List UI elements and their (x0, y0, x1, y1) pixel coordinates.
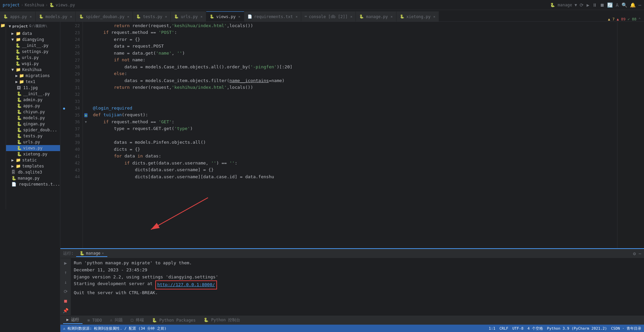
tree-init2[interactable]: 🐍 __init__.py (6, 91, 60, 97)
tab-bar: 🐍 apps.py ✕ 🐍 models.py ✕ 🐍 spider_douba… (0, 10, 644, 22)
tree-views[interactable]: 🐍 views.py (6, 145, 60, 151)
tree-urls1[interactable]: 🐍 urls.py (6, 55, 60, 61)
code-line-42: if dicts.get(data.user.username, '') == … (93, 160, 617, 167)
bottom-tab-run[interactable]: ▶ 运行 (63, 316, 83, 324)
code-line-38 (93, 132, 617, 139)
sidebar: 📁 ▼ project G:\项目外\ ▶ 📁 data ▼ 📁 diangyi… (0, 22, 60, 332)
tab-urls[interactable]: 🐍 urls.py ✕ (171, 11, 206, 21)
code-line-26: name = data.get('name', '') (93, 50, 617, 57)
code-line-23: if request.method == 'POST': (93, 29, 617, 37)
panel-close-icon[interactable]: − (639, 251, 641, 256)
tab-tests[interactable]: 🐍 tests.py ✕ (133, 11, 171, 21)
terminal-line-2: December 11, 2023 - 23:45:29 (74, 267, 641, 274)
panel-stop-btn[interactable]: ■ (62, 297, 70, 304)
bottom-tab-console[interactable]: 🐍 Python 控制台 (200, 317, 244, 324)
code-line-27: if not name: (93, 57, 617, 64)
editor-toolbar: ▲ 7 ▲ 89 ✓ 88 ⌃ (608, 17, 644, 21)
run-label: 运行: (63, 251, 73, 256)
tab-manage[interactable]: 🐍 manage.py ✕ (356, 11, 396, 21)
window-controls[interactable]: 🐍 manage ▼ ⟳ ▶ ⏸ ⏹ 🔄 A 🔍 🔔 ⋯ (550, 2, 641, 8)
minimap-content (618, 22, 644, 248)
manage-dropdown[interactable]: 🐍 manage ▼ (550, 3, 577, 7)
project-header: ▼ project G:\项目外\ (6, 22, 60, 30)
tree-admin[interactable]: 🐍 admin.py (6, 97, 60, 103)
bottom-tab-terminal[interactable]: □ 终端 (127, 317, 147, 324)
server-url-highlight: http://127.0.0.1:8000/ (155, 280, 217, 289)
editor-area: ● 2223242526 2728293031 3233343536 37383… (60, 22, 644, 332)
cursor-position: 1:1 (489, 326, 495, 331)
panel-up-btn[interactable]: ↑ (62, 269, 70, 276)
line-ending: CRLF (499, 326, 508, 331)
tab-xietong[interactable]: 🐍 xietong.py ✕ (396, 11, 439, 21)
tree-spider[interactable]: 🐍 spider_doub... (6, 127, 60, 133)
tree-11jpg[interactable]: 🖼 11.jpg (6, 85, 60, 91)
line-numbers: 2223242526 2728293031 3233343536 3738394… (68, 22, 83, 248)
tree-urls2[interactable]: 🐍 urls.py (6, 139, 60, 145)
tab-console[interactable]: ⌨ console [db [2]] ✕ (301, 11, 356, 21)
status-left: ⚠ 检测到数据源: 检测到连接属性. / 配置 (34 分钟 之前) (63, 326, 166, 331)
tree-xietong[interactable]: 🐍 xietong.py (6, 151, 60, 157)
panel-restart-btn[interactable]: ⟳ (62, 288, 70, 295)
code-line-43: dicts[data.user.username] = {} (93, 167, 617, 174)
minimap (617, 22, 644, 248)
status-right: 1:1 CRLF UTF-8 4 个空格 Python 3.9 (PyCharm… (489, 326, 641, 331)
tree-static[interactable]: ▶ 📁 static (6, 157, 60, 163)
tab-views[interactable]: 🐍 views.py ✕ (206, 11, 244, 21)
tree-chiyun[interactable]: 🐍 chiyun.py (6, 109, 60, 115)
toolbar-icons[interactable]: ⟳ ▶ ⏸ ⏹ 🔄 A 🔍 🔔 ⋯ (580, 2, 641, 8)
folder-tree-icon[interactable]: 📁 (0, 23, 5, 28)
tab-requirements[interactable]: 📄 requirements.txt ✕ (244, 11, 302, 21)
indent-info: 4 个空格 (528, 326, 543, 331)
project-path: G:\项目外\ (29, 24, 47, 28)
code-line-25: data = request.POST (93, 43, 617, 50)
code-line-24: error = {} (93, 36, 617, 43)
terminal-output: Run 'python manage.py migrate' to apply … (71, 258, 644, 315)
tab-spider[interactable]: 🐍 spider_douban.py ✕ (76, 11, 133, 21)
code-line-34: @login_required (93, 105, 617, 112)
expand-icon[interactable]: ⌃ (638, 17, 641, 21)
tree-apps[interactable]: 🐍 apps.py (6, 103, 60, 109)
terminal-line-3: Django version 2.2, using settings 'dian… (74, 274, 641, 281)
server-url[interactable]: http://127.0.0.1:8000/ (157, 282, 215, 287)
breadcrumb: project › Keshihua › 🐍 views.py (3, 3, 75, 7)
tree-models[interactable]: 🐍 models.py (6, 115, 60, 121)
tree-manage[interactable]: 🐍 manage.py (6, 175, 60, 181)
csdn-info: CSDN · 青年目录 (611, 326, 641, 331)
tree-init1[interactable]: 🐍 __init__.py (6, 43, 60, 49)
tree-keshihua[interactable]: ▼ 📁 Keshihua (6, 67, 60, 73)
panel-tab-bar: 运行: 🐍 manage ✕ ⚙ − (60, 249, 644, 258)
warning-count: ▲ 7 (608, 17, 615, 21)
bottom-tab-todo[interactable]: ≡ TODO (84, 317, 105, 323)
panel-tab-manage[interactable]: 🐍 manage ✕ (76, 250, 107, 257)
code-line-39: datas = models.Pinfen.objects.all() (93, 139, 617, 146)
tree-wsgi[interactable]: 🐍 wsgi.py (6, 61, 60, 67)
gutter-bookmarks: ● (60, 22, 68, 248)
code-line-31: return render(request,'keshihua/index.ht… (93, 84, 617, 91)
charset: UTF-8 (512, 326, 523, 331)
tree-qingan[interactable]: 🐍 qingan.py (6, 121, 60, 127)
tree-settings[interactable]: 🐍 settings.py (6, 49, 60, 55)
tree-diangying[interactable]: ▼ 📁 diangying (6, 37, 60, 43)
bottom-tab-problems[interactable]: ⚠ 问题 (107, 317, 126, 324)
tree-tex1[interactable]: ▶ 📁 tex1 (6, 79, 60, 85)
tree-tests[interactable]: 🐍 tests.py (6, 133, 60, 139)
panel-down-btn[interactable]: ↓ (62, 279, 70, 285)
tree-templates[interactable]: ▶ 📁 templates (6, 163, 60, 169)
sidebar-icons: 📁 (0, 22, 6, 209)
tree-requirements[interactable]: 📄 requirements.t... (6, 181, 60, 187)
panel-sidebar: ▶ ↑ ↓ ⟳ ■ 📌 (60, 258, 71, 315)
code-line-41: for data in datas: (93, 153, 617, 160)
panel-run-btn[interactable]: ▶ (62, 260, 70, 266)
file-tree: ▼ project G:\项目外\ ▶ 📁 data ▼ 📁 diangying… (6, 22, 60, 187)
tree-data[interactable]: ▶ 📁 data (6, 30, 60, 37)
panel-pin-btn[interactable]: 📌 (62, 307, 70, 314)
tab-apps[interactable]: 🐍 apps.py ✕ (0, 11, 36, 21)
tree-migrations[interactable]: ▶ 📁 migrations (6, 73, 60, 79)
ok-count: ✓ 88 (628, 17, 637, 21)
bottom-tab-packages[interactable]: 🐍 Python Packages (149, 317, 199, 323)
panel-settings-icon[interactable]: ⚙ (633, 251, 636, 256)
tab-models[interactable]: 🐍 models.py ✕ (36, 11, 76, 21)
panel-content: ▶ ↑ ↓ ⟳ ■ 📌 Run 'python manage.py migrat… (60, 258, 644, 315)
tree-dbsqlite[interactable]: 🗄 db.sqlite3 (6, 169, 60, 175)
expand-arrow[interactable]: ▼ (9, 24, 11, 28)
